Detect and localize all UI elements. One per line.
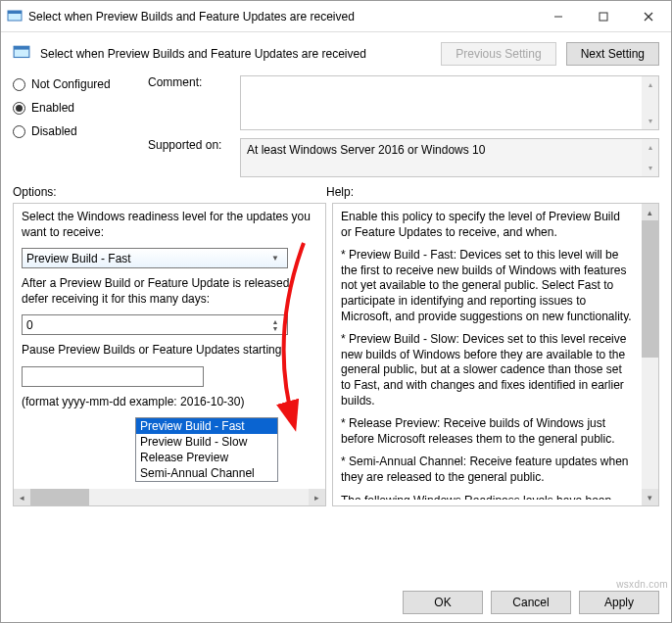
scroll-right-icon[interactable]: ▸ <box>309 489 325 505</box>
previous-setting-button: Previous Setting <box>441 42 555 66</box>
pause-label: Pause Preview Builds or Feature Updates … <box>22 343 317 359</box>
scroll-up-icon[interactable]: ▴ <box>642 204 658 220</box>
comment-input[interactable]: ▴▾ <box>240 75 659 130</box>
radio-not-configured[interactable]: Not Configured <box>13 77 120 91</box>
help-paragraph: The following Windows Readiness levels h… <box>341 494 633 501</box>
options-content: Select the Windows readiness level for t… <box>22 210 317 438</box>
readiness-label: Select the Windows readiness level for t… <box>22 210 317 240</box>
window-title: Select when Preview Builds and Feature U… <box>28 10 536 24</box>
help-label: Help: <box>326 185 354 199</box>
readiness-dropdown-popup[interactable]: Preview Build - Fast Preview Build - Slo… <box>135 417 278 482</box>
help-paragraph: Enable this policy to specify the level … <box>341 210 633 240</box>
supported-label: Supported on: <box>148 138 228 152</box>
readiness-combo[interactable]: Preview Build - Fast ▼ <box>22 248 288 268</box>
help-paragraph: * Preview Build - Fast: Devices set to t… <box>341 248 633 324</box>
fields-column: Comment: ▴▾ Supported on: At least Windo… <box>148 75 659 177</box>
help-paragraph: * Release Preview: Receive builds of Win… <box>341 416 633 447</box>
dropdown-option[interactable]: Semi-Annual Channel <box>136 465 277 481</box>
help-content: Enable this policy to specify the level … <box>341 210 650 500</box>
app-icon <box>7 9 23 24</box>
pause-date-input[interactable] <box>22 366 204 387</box>
body-area: Not Configured Enabled Disabled Comment:… <box>1 75 671 506</box>
scroll-left-icon[interactable]: ◂ <box>14 489 30 505</box>
dialog-footer: OK Cancel Apply <box>1 583 671 622</box>
format-hint: (format yyyy-mm-dd example: 2016-10-30) <box>22 395 317 410</box>
comment-scrollbar[interactable]: ▴▾ <box>642 76 658 129</box>
supported-row: Supported on: At least Windows Server 20… <box>148 138 659 177</box>
options-pane: Select the Windows readiness level for t… <box>13 203 326 506</box>
defer-days-input[interactable]: 0 ▲▼ <box>22 314 288 335</box>
help-paragraph: * Semi-Annual Channel: Receive feature u… <box>341 455 633 485</box>
help-vscrollbar[interactable]: ▴ ▾ <box>642 204 658 505</box>
radio-enabled[interactable]: Enabled <box>13 101 120 115</box>
scroll-down-icon[interactable]: ▾ <box>642 489 658 505</box>
comment-row: Comment: ▴▾ <box>148 75 659 130</box>
cancel-button[interactable]: Cancel <box>491 591 571 614</box>
next-setting-button[interactable]: Next Setting <box>566 42 659 66</box>
help-pane: Enable this policy to specify the level … <box>332 203 659 506</box>
watermark: wsxdn.com <box>616 579 668 590</box>
radio-disabled[interactable]: Disabled <box>13 124 120 138</box>
defer-value: 0 <box>26 318 33 332</box>
header-row: Select when Preview Builds and Feature U… <box>1 32 671 75</box>
radio-label: Disabled <box>31 124 77 138</box>
radio-label: Enabled <box>31 101 74 115</box>
section-labels: Options: Help: <box>13 185 659 199</box>
supported-value: At least Windows Server 2016 or Windows … <box>247 143 485 157</box>
config-area: Not Configured Enabled Disabled Comment:… <box>13 75 659 177</box>
defer-label: After a Preview Build or Feature Update … <box>22 276 317 307</box>
ok-button[interactable]: OK <box>403 591 483 614</box>
titlebar: Select when Preview Builds and Feature U… <box>1 1 671 32</box>
maximize-button[interactable] <box>581 2 626 31</box>
dropdown-option[interactable]: Preview Build - Slow <box>136 434 277 450</box>
close-button[interactable] <box>626 2 671 31</box>
state-radios: Not Configured Enabled Disabled <box>13 75 120 138</box>
svg-rect-1 <box>8 11 22 14</box>
chevron-down-icon: ▼ <box>267 254 283 263</box>
apply-button[interactable]: Apply <box>579 591 659 614</box>
header-icon <box>13 44 30 65</box>
options-hscrollbar[interactable]: ◂ ▸ <box>14 489 325 505</box>
minimize-button[interactable] <box>536 2 581 31</box>
options-label: Options: <box>13 185 326 199</box>
radio-label: Not Configured <box>31 77 111 91</box>
window-controls <box>536 2 671 31</box>
readiness-value: Preview Build - Fast <box>26 252 131 265</box>
help-paragraph: * Preview Build - Slow: Devices set to t… <box>341 332 633 408</box>
dropdown-option[interactable]: Preview Build - Fast <box>136 418 277 434</box>
svg-rect-7 <box>14 46 29 49</box>
header-subtitle: Select when Preview Builds and Feature U… <box>40 47 431 61</box>
comment-label: Comment: <box>148 75 228 89</box>
supported-value-box: At least Windows Server 2016 or Windows … <box>240 138 659 177</box>
policy-editor-window: Select when Preview Builds and Feature U… <box>0 0 672 623</box>
panes: Select the Windows readiness level for t… <box>13 203 659 506</box>
spinner-icon[interactable]: ▲▼ <box>267 318 283 332</box>
svg-rect-3 <box>600 13 607 21</box>
dropdown-option[interactable]: Release Preview <box>136 450 277 465</box>
supported-scrollbar[interactable]: ▴▾ <box>642 139 658 176</box>
